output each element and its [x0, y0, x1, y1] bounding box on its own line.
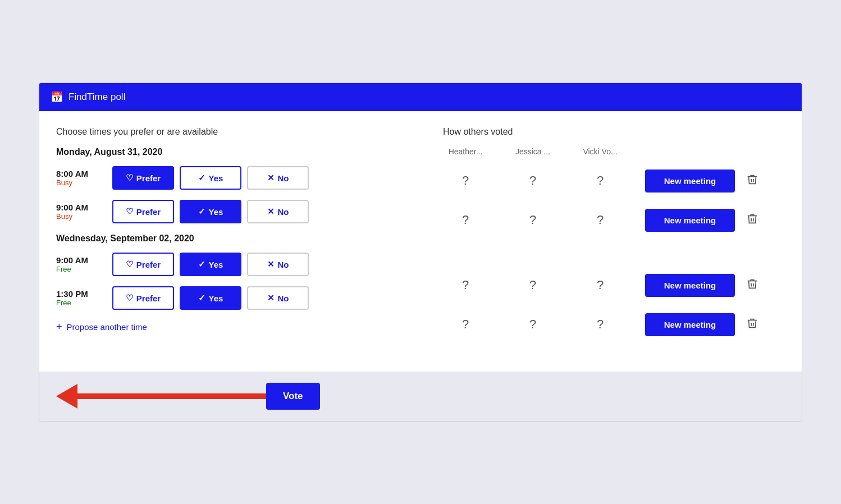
no-button-130pm[interactable]: ✕ No [247, 286, 309, 310]
x-icon-900am-mon: ✕ [267, 207, 275, 217]
status-900am-wed: Free [56, 265, 107, 273]
prefer-button-900am-mon[interactable]: ♡ Prefer [112, 200, 174, 223]
right-row-1: New meeting [645, 169, 758, 193]
arrow-line [76, 393, 267, 399]
content-area: Choose times you prefer or are available… [39, 111, 802, 360]
time-info-900am-wed: 9:00 AM Free [56, 255, 107, 273]
status-900am-mon: Busy [56, 212, 107, 221]
vote-2-2: ? [510, 213, 555, 227]
yes-button-900am-mon[interactable]: ✓ Yes [180, 200, 241, 223]
delete-button-2[interactable] [746, 213, 758, 228]
time-info-900am-mon: 9:00 AM Busy [56, 203, 107, 221]
vote-3-2: ? [510, 278, 555, 292]
prefer-button-130pm[interactable]: ♡ Prefer [112, 286, 174, 310]
delete-button-4[interactable] [746, 317, 758, 332]
time-900am-wed: 9:00 AM [56, 255, 107, 265]
new-meeting-button-4[interactable]: New meeting [645, 313, 735, 336]
vote-2-3: ? [578, 213, 623, 227]
time-row-900am-wed: 9:00 AM Free ♡ Prefer ✓ Yes ✕ [56, 253, 420, 276]
heart-icon-900am-mon: ♡ [126, 207, 133, 217]
vote-1-2: ? [510, 173, 555, 188]
x-icon-900am-wed: ✕ [267, 259, 275, 269]
vote-1-3: ? [578, 173, 623, 188]
check-icon-130pm: ✓ [198, 293, 205, 303]
votes-row-4: ? ? ? New meeting [443, 310, 785, 339]
time-800am: 8:00 AM [56, 169, 107, 178]
time-row-800am: 8:00 AM Busy ♡ Prefer ✓ Yes ✕ [56, 166, 420, 190]
time-info-130pm: 1:30 PM Free [56, 289, 107, 307]
footer: Vote [39, 372, 802, 421]
right-row-2: New meeting [645, 209, 758, 232]
prefer-button-900am-wed[interactable]: ♡ Prefer [112, 253, 174, 276]
vote-button[interactable]: Vote [266, 383, 320, 410]
day-section-wednesday: Wednesday, September 02, 2020 9:00 AM Fr… [56, 233, 420, 310]
right-row-4: New meeting [645, 313, 758, 336]
delete-button-1[interactable] [746, 173, 758, 189]
yes-button-800am[interactable]: ✓ Yes [180, 166, 241, 190]
calendar-icon: 📅 [51, 91, 63, 103]
no-button-800am[interactable]: ✕ No [247, 166, 309, 190]
day-section-monday: Monday, August 31, 2020 8:00 AM Busy ♡ P… [56, 147, 420, 223]
propose-label: Propose another time [67, 322, 147, 332]
prefer-button-800am[interactable]: ♡ Prefer [112, 166, 174, 190]
vote-4-2: ? [510, 317, 555, 332]
voter-heather: Heather... [443, 147, 488, 156]
check-icon-900am-wed: ✓ [198, 259, 205, 269]
header: 📅 FindTime poll [39, 83, 802, 111]
instruction-text: Choose times you prefer or are available [56, 127, 420, 137]
vote-3-1: ? [443, 278, 488, 292]
vote-4-3: ? [578, 317, 623, 332]
vote-3-3: ? [578, 278, 623, 292]
right-row-3: New meeting [645, 274, 758, 297]
heart-icon-900am-wed: ♡ [126, 259, 133, 269]
yes-button-900am-wed[interactable]: ✓ Yes [180, 253, 241, 276]
vote-2-1: ? [443, 213, 488, 227]
plus-icon: + [56, 321, 62, 333]
time-130pm: 1:30 PM [56, 289, 107, 299]
check-icon-800am: ✓ [198, 173, 205, 183]
propose-link[interactable]: + Propose another time [56, 321, 420, 333]
how-others-voted-title: How others voted [443, 127, 785, 137]
no-button-900am-mon[interactable]: ✕ No [247, 200, 309, 223]
time-row-900am-mon: 9:00 AM Busy ♡ Prefer ✓ Yes ✕ [56, 200, 420, 223]
x-icon-130pm: ✕ [267, 293, 275, 303]
arrow-head [56, 384, 77, 409]
check-icon-900am-mon: ✓ [198, 207, 205, 217]
day-spacer [443, 245, 785, 271]
time-info-800am: 8:00 AM Busy [56, 169, 107, 187]
votes-row-2: ? ? ? New meeting [443, 205, 785, 235]
new-meeting-button-1[interactable]: New meeting [645, 169, 735, 193]
time-900am-mon: 9:00 AM [56, 203, 107, 212]
arrow-indicator [56, 384, 267, 409]
left-section: Choose times you prefer or are available… [56, 127, 420, 349]
app-title: FindTime poll [68, 91, 125, 103]
main-grid: Choose times you prefer or are available… [56, 127, 785, 349]
vote-1-1: ? [443, 173, 488, 188]
heart-icon-800am: ♡ [126, 173, 133, 183]
delete-button-3[interactable] [746, 278, 758, 293]
no-button-900am-wed[interactable]: ✕ No [247, 253, 309, 276]
x-icon-800am: ✕ [267, 173, 275, 183]
vote-4-1: ? [443, 317, 488, 332]
day-label-wednesday: Wednesday, September 02, 2020 [56, 233, 420, 244]
day-label-monday: Monday, August 31, 2020 [56, 147, 420, 157]
new-meeting-button-2[interactable]: New meeting [645, 209, 735, 232]
voters-header: Heather... Jessica ... Vicki Vo... [443, 147, 785, 156]
voter-jessica: Jessica ... [510, 147, 555, 156]
votes-row-1: ? ? ? New meeting [443, 166, 785, 195]
time-row-130pm: 1:30 PM Free ♡ Prefer ✓ Yes ✕ [56, 286, 420, 310]
yes-button-130pm[interactable]: ✓ Yes [180, 286, 241, 310]
status-800am: Busy [56, 178, 107, 187]
right-section: How others voted Heather... Jessica ... … [420, 127, 785, 349]
heart-icon-130pm: ♡ [126, 293, 133, 303]
main-panel: 📅 FindTime poll Choose times you prefer … [39, 83, 802, 421]
new-meeting-button-3[interactable]: New meeting [645, 274, 735, 297]
voter-vicki: Vicki Vo... [578, 147, 623, 156]
status-130pm: Free [56, 299, 107, 307]
votes-row-3: ? ? ? New meeting [443, 271, 785, 300]
